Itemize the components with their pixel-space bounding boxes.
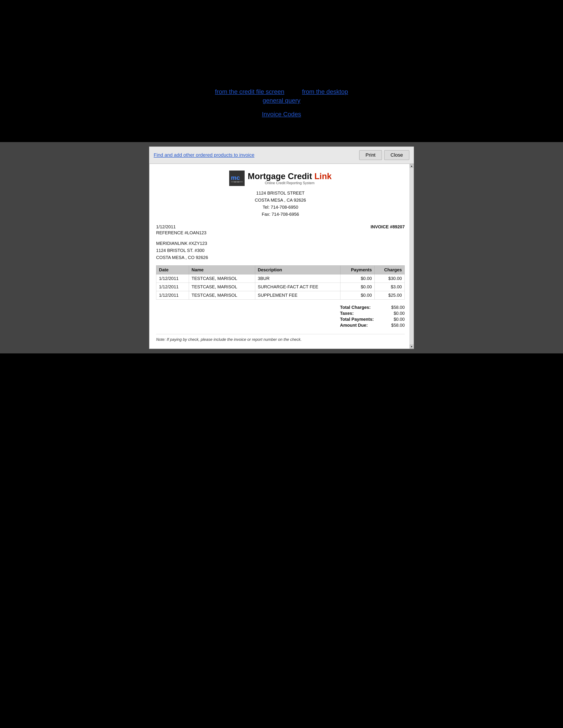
cell-payments-1: $0.00 <box>341 283 375 291</box>
invoice-content: mc Mortgage Credit Link Online Credit Re… <box>149 164 414 349</box>
bill-to-line2: 1124 BRISTOL ST. #300 <box>156 247 405 254</box>
taxes-label: Taxes: <box>340 311 354 316</box>
print-button[interactable]: Print <box>359 150 382 160</box>
totals-row-taxes: Taxes: $0.00 <box>340 311 405 316</box>
invoice-scroll-area: ▲ ▼ mc <box>149 164 414 349</box>
invoice-note: Note: If paying by check, please include… <box>156 334 405 342</box>
address-line2: COSTA MESA , CA 92626 <box>156 197 405 204</box>
company-name-prefix: Mortgage Credit <box>248 172 315 181</box>
total-payments-label: Total Payments: <box>340 317 374 322</box>
company-logo-area: mc Mortgage Credit Link Online Credit Re… <box>156 171 405 186</box>
amount-due-label: Amount Due: <box>340 323 368 328</box>
top-links-row: from the credit file screen from the des… <box>0 88 563 95</box>
company-name-block: Mortgage Credit Link Online Credit Repor… <box>248 172 332 185</box>
nav-links-area: from the credit file screen from the des… <box>0 84 563 120</box>
col-name-header: Name <box>189 266 255 274</box>
cell-charges-1: $3.00 <box>375 283 405 291</box>
cell-description-0: 3BUR <box>255 274 341 283</box>
total-charges-label: Total Charges: <box>340 305 371 310</box>
cell-name-0: TESTCASE, MARISOL <box>189 274 255 283</box>
col-charges-header: Charges <box>375 266 405 274</box>
totals-table: Total Charges: $58.00 Taxes: $0.00 Total… <box>340 305 405 329</box>
bill-to: MERIDIANLINK #XZY123 1124 BRISTOL ST. #3… <box>156 240 405 261</box>
cell-date-1: 1/12/2011 <box>156 283 189 291</box>
cell-description-2: SUPPLEMENT FEE <box>255 291 341 300</box>
top-black-area <box>0 0 563 84</box>
toolbar-buttons: Print Close <box>359 150 410 160</box>
invoice-meta: 1/12/2011 REFERENCE #LOAN123 INVOICE #89… <box>156 224 405 236</box>
company-address: 1124 BRISTOL STREET COSTA MESA , CA 9262… <box>156 190 405 218</box>
cell-description-1: SURCHARGE-FACT ACT FEE <box>255 283 341 291</box>
company-name-link: Link <box>315 172 332 181</box>
col-payments-header: Payments <box>341 266 375 274</box>
scroll-indicator: ▲ ▼ <box>410 164 414 349</box>
invoice-codes-link[interactable]: Invoice Codes <box>0 111 563 118</box>
svg-text:mc: mc <box>231 174 240 181</box>
total-charges-value: $58.00 <box>387 305 405 310</box>
invoice-number: INVOICE #89207 <box>371 224 405 236</box>
general-query-link[interactable]: general query <box>262 97 300 104</box>
cell-date-0: 1/12/2011 <box>156 274 189 283</box>
total-payments-value: $0.00 <box>387 317 405 322</box>
svg-rect-2 <box>231 181 243 182</box>
table-row: 1/12/2011 TESTCASE, MARISOL SURCHARGE-FA… <box>156 283 405 291</box>
amount-due-value: $58.00 <box>387 323 405 328</box>
close-button[interactable]: Close <box>384 150 409 160</box>
cell-date-2: 1/12/2011 <box>156 291 189 300</box>
cell-name-2: TESTCASE, MARISOL <box>189 291 255 300</box>
middle-black-area <box>0 120 563 142</box>
cell-name-1: TESTCASE, MARISOL <box>189 283 255 291</box>
company-subtitle: Online Credit Reporting System <box>248 181 332 185</box>
col-date-header: Date <box>156 266 189 274</box>
totals-row-payments: Total Payments: $0.00 <box>340 317 405 322</box>
mc-logo-icon: mc <box>229 171 244 186</box>
cell-payments-2: $0.00 <box>341 291 375 300</box>
cell-charges-2: $25.00 <box>375 291 405 300</box>
scroll-down-arrow[interactable]: ▼ <box>410 345 414 349</box>
invoice-meta-left: 1/12/2011 REFERENCE #LOAN123 <box>156 224 206 236</box>
cell-payments-0: $0.00 <box>341 274 375 283</box>
totals-row-amount-due: Amount Due: $58.00 <box>340 323 405 328</box>
svg-rect-4 <box>237 182 239 182</box>
invoice-panel-wrapper: Find and add other ordered products to i… <box>0 142 563 353</box>
totals-row-charges: Total Charges: $58.00 <box>340 305 405 310</box>
invoice-toolbar: Find and add other ordered products to i… <box>149 147 414 164</box>
credit-file-screen-link[interactable]: from the credit file screen <box>215 88 285 95</box>
bill-to-line3: COSTA MESA , CO 92626 <box>156 254 405 261</box>
svg-rect-3 <box>234 182 236 182</box>
table-row: 1/12/2011 TESTCASE, MARISOL 3BUR $0.00 $… <box>156 274 405 283</box>
invoice-totals: Total Charges: $58.00 Taxes: $0.00 Total… <box>156 305 405 329</box>
company-tel: Tel: 714-708-6950 <box>156 204 405 211</box>
invoice-reference: REFERENCE #LOAN123 <box>156 230 206 235</box>
invoice-table: Date Name Description Payments Charges 1… <box>156 265 405 300</box>
desktop-link[interactable]: from the desktop <box>302 88 348 95</box>
invoice-date: 1/12/2011 <box>156 224 206 229</box>
col-description-header: Description <box>255 266 341 274</box>
cell-charges-0: $30.00 <box>375 274 405 283</box>
scroll-up-arrow[interactable]: ▲ <box>410 164 414 168</box>
invoice-header: mc Mortgage Credit Link Online Credit Re… <box>156 171 405 218</box>
bill-to-line1: MERIDIANLINK #XZY123 <box>156 240 405 247</box>
company-fax: Fax: 714-708-6956 <box>156 211 405 218</box>
taxes-value: $0.00 <box>387 311 405 316</box>
find-add-products-link[interactable]: Find and add other ordered products to i… <box>154 152 254 158</box>
bottom-black-area <box>0 353 563 552</box>
table-header-row: Date Name Description Payments Charges <box>156 266 405 274</box>
table-row: 1/12/2011 TESTCASE, MARISOL SUPPLEMENT F… <box>156 291 405 300</box>
address-line1: 1124 BRISTOL STREET <box>156 190 405 197</box>
invoice-outer: Find and add other ordered products to i… <box>149 146 414 349</box>
